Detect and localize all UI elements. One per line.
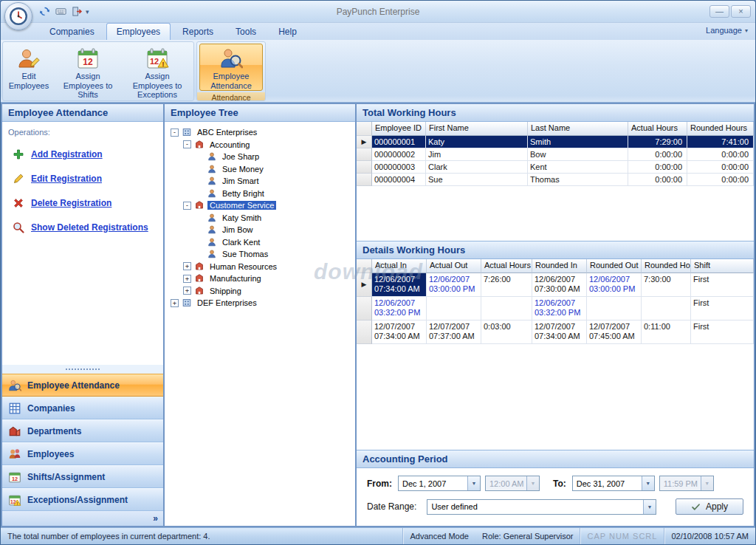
dropdown-arrow-icon[interactable]: ▼ bbox=[642, 476, 654, 490]
cell-actual-hours[interactable]: 7:26:00 bbox=[481, 273, 532, 297]
cell-rounded-ho[interactable]: 0:11:00 bbox=[642, 321, 691, 344]
quick-access-caret-icon[interactable]: ▾ bbox=[86, 8, 89, 16]
cell-rounded-out[interactable]: 12/07/2007 07:45:00 AM bbox=[587, 321, 642, 344]
cell-actual-out[interactable]: 12/07/2007 07:37:00 AM bbox=[427, 321, 481, 344]
dropdown-arrow-icon[interactable]: ▼ bbox=[467, 476, 480, 490]
tree-node-label[interactable]: Accounting bbox=[207, 140, 252, 149]
show-deleted-registrations-link[interactable]: Show Deleted Registrations bbox=[31, 222, 148, 233]
date-range-combo[interactable]: User defined ▼ bbox=[427, 499, 656, 515]
keyboard-button[interactable] bbox=[54, 4, 68, 18]
cell-employee-id[interactable]: 000000003 bbox=[372, 161, 426, 174]
tree-node-label[interactable]: Joe Sharp bbox=[220, 152, 261, 161]
row-selector[interactable] bbox=[357, 161, 372, 174]
tree-node-label[interactable]: Manufacturing bbox=[207, 274, 264, 283]
tree-node-label[interactable]: Clark Kent bbox=[220, 238, 262, 247]
table-row[interactable]: 12/06/2007 03:32:00 PM12/06/2007 03:32:0… bbox=[357, 297, 754, 321]
splitter-handle[interactable] bbox=[2, 365, 163, 374]
cell-actual-hours[interactable]: 0:00:00 bbox=[628, 148, 687, 161]
employee-attendance-button[interactable]: Employee Attendance bbox=[199, 44, 263, 91]
cell-last-name[interactable]: Bow bbox=[528, 148, 628, 161]
cell-shift[interactable]: First bbox=[691, 297, 754, 321]
tree-node-label[interactable]: Jim Bow bbox=[220, 225, 255, 234]
tree-node-label[interactable]: Katy Smith bbox=[220, 213, 264, 222]
cell-rounded-hours[interactable]: 7:41:00 bbox=[687, 136, 754, 148]
column-header-last-name[interactable]: Last Name bbox=[528, 122, 628, 136]
cell-last-name[interactable]: Smith bbox=[528, 136, 628, 148]
tree-node-label[interactable]: Betty Bright bbox=[220, 189, 267, 198]
cell-actual-out[interactable] bbox=[427, 297, 481, 321]
cell-rounded-hours[interactable]: 0:00:00 bbox=[687, 174, 754, 186]
edit-employees-button[interactable]: Edit Employees bbox=[5, 44, 52, 100]
cell-actual-hours[interactable]: 7:29:00 bbox=[628, 136, 687, 148]
cell-actual-hours[interactable] bbox=[481, 297, 532, 321]
table-row[interactable]: ▶12/06/2007 07:34:00 AM12/06/2007 03:00:… bbox=[357, 273, 754, 297]
apply-button[interactable]: Apply bbox=[676, 498, 743, 515]
delete-registration-link[interactable]: Delete Registration bbox=[31, 198, 111, 208]
row-selector[interactable] bbox=[357, 148, 372, 161]
column-header-rounded-out[interactable]: Rounded Out bbox=[587, 259, 642, 273]
row-selector[interactable]: ▶ bbox=[357, 136, 372, 148]
cell-employee-id[interactable]: 000000001 bbox=[372, 136, 426, 148]
collapse-icon[interactable]: - bbox=[183, 140, 191, 148]
table-row[interactable]: 000000003ClarkKent0:00:000:00:00 bbox=[357, 161, 754, 174]
cell-actual-in[interactable]: 12/07/2007 07:34:00 AM bbox=[372, 321, 427, 344]
cell-rounded-in[interactable]: 12/06/2007 03:32:00 PM bbox=[532, 297, 587, 321]
column-header-actual-hours[interactable]: Actual Hours bbox=[628, 122, 687, 136]
cell-first-name[interactable]: Clark bbox=[426, 161, 528, 174]
tree-node-label[interactable]: ABC Enterprises bbox=[195, 128, 259, 137]
cell-rounded-out[interactable] bbox=[587, 297, 642, 321]
column-header-actual-out[interactable]: Actual Out bbox=[427, 259, 481, 273]
collapse-icon[interactable]: - bbox=[171, 128, 179, 137]
tab-tools[interactable]: Tools bbox=[225, 23, 267, 40]
expand-icon[interactable]: + bbox=[183, 275, 191, 283]
tree-node-label[interactable]: DEF Enterprises bbox=[195, 298, 259, 307]
column-header-actual-in[interactable]: Actual In bbox=[372, 259, 427, 273]
minimize-button[interactable]: — bbox=[709, 5, 729, 18]
row-selector[interactable]: ▶ bbox=[357, 273, 372, 297]
cell-actual-out[interactable]: 12/06/2007 03:00:00 PM bbox=[427, 273, 481, 297]
tree-node-label[interactable]: Shipping bbox=[207, 287, 244, 295]
tree-node-label[interactable]: Jim Smart bbox=[220, 176, 261, 185]
cell-last-name[interactable]: Thomas bbox=[528, 174, 628, 186]
nav-item-shifts-assignment[interactable]: 12Shifts/Assignment bbox=[2, 465, 163, 488]
cell-rounded-ho[interactable]: 7:30:00 bbox=[642, 273, 691, 297]
assign-employees-to-shifts-button[interactable]: 12Assign Employees to Shifts bbox=[54, 44, 122, 100]
sync-button[interactable] bbox=[38, 4, 52, 18]
cell-actual-hours[interactable]: 0:03:00 bbox=[481, 321, 532, 344]
cell-last-name[interactable]: Kent bbox=[528, 161, 628, 174]
edit-registration-link[interactable]: Edit Registration bbox=[31, 174, 102, 184]
collapse-icon[interactable]: - bbox=[183, 202, 191, 210]
tab-reports[interactable]: Reports bbox=[172, 23, 224, 40]
cell-rounded-hours[interactable]: 0:00:00 bbox=[687, 148, 754, 161]
row-selector-header[interactable] bbox=[357, 259, 372, 273]
tab-help[interactable]: Help bbox=[268, 23, 307, 40]
to-date-combo[interactable]: Dec 31, 2007 ▼ bbox=[572, 476, 655, 491]
cell-actual-hours[interactable]: 0:00:00 bbox=[628, 174, 687, 186]
nav-item-companies[interactable]: Companies bbox=[2, 397, 163, 419]
row-selector[interactable] bbox=[357, 321, 372, 344]
nav-item-employee-attendance[interactable]: Employee Attendance bbox=[2, 374, 163, 397]
cell-rounded-hours[interactable]: 0:00:00 bbox=[687, 161, 754, 174]
nav-item-exceptions-assignment[interactable]: 12!Exceptions/Assignment bbox=[2, 488, 163, 511]
cell-rounded-ho[interactable] bbox=[642, 297, 691, 321]
close-button[interactable]: × bbox=[731, 5, 751, 18]
dropdown-arrow-icon[interactable]: ▼ bbox=[643, 500, 656, 514]
expand-icon[interactable]: + bbox=[171, 299, 179, 307]
tab-companies[interactable]: Companies bbox=[39, 23, 105, 40]
cell-actual-in[interactable]: 12/06/2007 07:34:00 AM bbox=[372, 273, 427, 297]
application-menu-button[interactable] bbox=[4, 2, 32, 30]
column-header-employee-id[interactable]: Employee ID bbox=[372, 122, 426, 136]
tree-node-label[interactable]: Sue Money bbox=[220, 165, 266, 174]
tab-employees[interactable]: Employees bbox=[106, 23, 171, 40]
expand-icon[interactable]: + bbox=[183, 287, 191, 295]
column-header-rounded-in[interactable]: Rounded In bbox=[532, 259, 587, 273]
column-header-rounded-hours[interactable]: Rounded Hours bbox=[687, 122, 754, 136]
assign-employees-to-exceptions-button[interactable]: 12!Assign Employees to Exceptions bbox=[123, 44, 191, 100]
add-registration-link[interactable]: Add Registration bbox=[31, 149, 103, 160]
from-date-combo[interactable]: Dec 1, 2007 ▼ bbox=[398, 476, 481, 491]
cell-actual-hours[interactable]: 0:00:00 bbox=[628, 161, 687, 174]
cell-shift[interactable]: First bbox=[691, 273, 754, 297]
column-header-shift[interactable]: Shift bbox=[691, 259, 754, 273]
cell-shift[interactable]: First bbox=[691, 321, 754, 344]
cell-employee-id[interactable]: 000000004 bbox=[372, 174, 426, 186]
